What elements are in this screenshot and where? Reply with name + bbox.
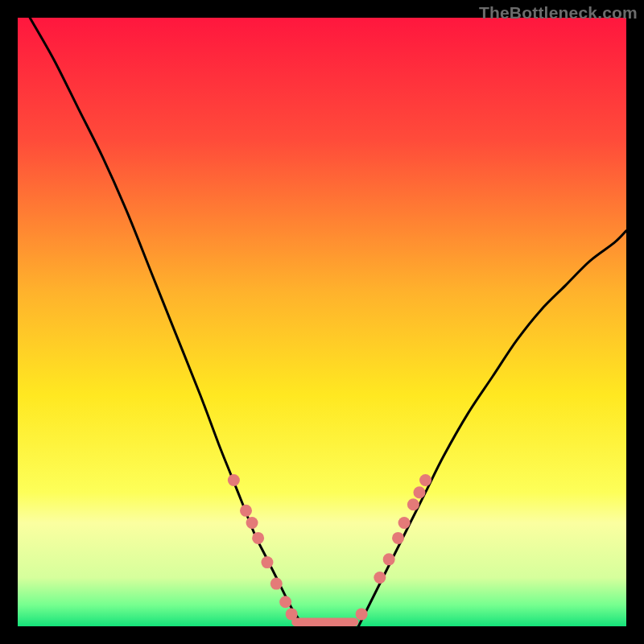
watermark-text: TheBottleneck.com xyxy=(479,3,638,23)
marker-dot xyxy=(419,474,431,486)
gradient-background xyxy=(18,18,626,626)
bottom-bar-group xyxy=(291,617,358,626)
marker-dot xyxy=(279,596,291,608)
marker-dot xyxy=(413,486,425,498)
marker-dot xyxy=(286,608,298,620)
marker-dot xyxy=(374,572,386,584)
bottleneck-chart xyxy=(18,18,626,626)
marker-dot xyxy=(356,608,368,620)
marker-dot xyxy=(407,498,419,510)
marker-dot xyxy=(228,474,240,486)
marker-dot xyxy=(383,553,395,565)
bottom-bar xyxy=(291,617,358,626)
marker-dot xyxy=(261,556,273,568)
marker-dot xyxy=(392,532,404,544)
marker-dot xyxy=(246,517,258,529)
marker-dot xyxy=(398,517,411,529)
marker-dot xyxy=(270,578,283,590)
marker-dot xyxy=(252,532,264,544)
chart-frame xyxy=(18,18,626,626)
marker-dot xyxy=(240,505,252,517)
